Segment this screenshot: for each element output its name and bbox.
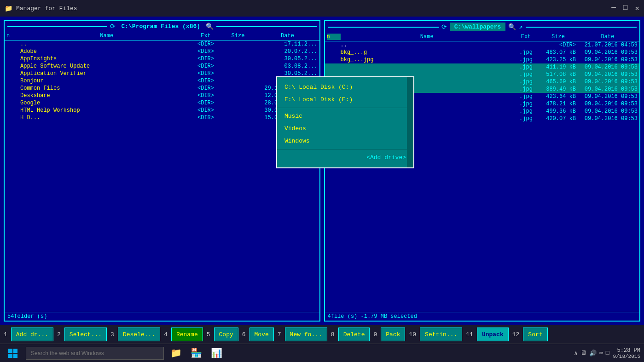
right-panel-path[interactable]: C:\wallpapers — [450, 23, 505, 31]
table-row[interactable]: Adobe <DIR> 20.07.2... — [5, 48, 319, 55]
table-row[interactable]: bkg_...g .jpg 483.07 kB 09.04.2016 09:53 — [325, 49, 640, 56]
dropdown-divider2 — [277, 149, 413, 149]
select-button[interactable]: Select... — [64, 328, 107, 341]
table-row[interactable]: Google <DIR> 28.09.2016 01:01 — [5, 99, 319, 107]
new-folder-button[interactable]: New fo... — [285, 328, 327, 341]
clock[interactable]: 5:28 PM 9/18/2015 — [613, 347, 640, 359]
left-col-date: Date — [258, 33, 318, 39]
main-area: ⟳ C:\Program Files (x86) 🔍 n Name Ext Si… — [0, 17, 644, 325]
svg-rect-1 — [13, 349, 17, 353]
right-header-line2 — [526, 27, 637, 28]
delete-button[interactable]: Delete — [338, 328, 370, 341]
right-panel-status: 4file (s) -1.79 MB selected — [325, 312, 640, 321]
table-row[interactable]: Apple Software Update <DIR> 03.08.2... — [5, 63, 319, 70]
deselect-button[interactable]: Desele... — [118, 328, 160, 341]
toolbar-num-11: 11 — [464, 328, 475, 341]
right-panel-header: ⟳ C:\wallpapers 🔍 ↗ — [325, 21, 640, 33]
toolbar: 1 Add dr... 2 Select... 3 Desele... 4 Re… — [0, 325, 644, 344]
drive-dropdown[interactable]: C:\ Local Disk (C:) E:\ Local Disk (E:) … — [276, 76, 414, 168]
table-row[interactable]: .. <DIR> 17.11.2... — [5, 40, 319, 48]
pack-button[interactable]: Pack — [381, 328, 405, 341]
right-header-line — [328, 27, 439, 28]
left-file-list: .. <DIR> 17.11.2... Adobe <DIR> 20.07.2.… — [5, 40, 319, 312]
titlebar-controls[interactable]: ─ □ ✕ — [611, 4, 639, 13]
table-row[interactable]: .. <DIR> 21.07.2016 04:59 — [325, 41, 640, 49]
toolbar-num-7: 7 — [276, 328, 283, 341]
file-explorer-icon[interactable]: 📁 — [168, 345, 184, 362]
right-col-size: Size — [539, 34, 578, 40]
right-col-n: n — [327, 34, 341, 40]
app-icon: 📁 — [5, 5, 12, 12]
left-col-size: Size — [219, 33, 258, 39]
right-col-name: Name — [341, 34, 514, 40]
table-row[interactable]: .jpg 411.19 kB 09.04.2016 09:53 — [325, 63, 640, 71]
left-panel: ⟳ C:\Program Files (x86) 🔍 n Name Ext Si… — [4, 20, 320, 322]
move-button[interactable]: Move — [249, 328, 274, 341]
left-refresh-icon[interactable]: ⟳ — [110, 23, 116, 30]
copy-button[interactable]: Copy — [214, 328, 238, 341]
svg-rect-0 — [8, 349, 12, 353]
toolbar-num-2: 2 — [55, 328, 63, 341]
toolbar-num-3: 3 — [109, 328, 116, 341]
svg-rect-3 — [13, 354, 17, 358]
table-row[interactable]: Bonjour <DIR> 22.02.2... — [5, 77, 319, 85]
left-header-line2 — [216, 26, 316, 27]
right-col-date: Date — [578, 34, 638, 40]
right-refresh-icon[interactable]: ⟳ — [441, 23, 447, 31]
add-drive-button[interactable]: Add dr... — [11, 328, 53, 341]
titlebar-left: 📁 Manager for Files — [5, 5, 77, 12]
left-col-name: Name — [20, 33, 193, 39]
table-row[interactable]: Application Verifier <DIR> 30.05.2... — [5, 70, 319, 77]
maximize-button[interactable]: □ — [623, 4, 628, 13]
clock-date: 9/18/2015 — [613, 354, 640, 359]
left-panel-path[interactable]: C:\Program Files (x86) — [118, 23, 203, 30]
close-button[interactable]: ✕ — [635, 4, 639, 13]
chevron-icon[interactable]: ∧ — [574, 350, 578, 357]
network-icon[interactable]: 🖥 — [580, 350, 586, 357]
dropdown-item-videos[interactable]: Videos — [277, 122, 413, 135]
left-search-icon[interactable]: 🔍 — [206, 23, 214, 30]
toolbar-num-4: 4 — [162, 328, 169, 341]
dropdown-scrollbar[interactable] — [407, 77, 413, 167]
settings-button[interactable]: Settin... — [420, 328, 462, 341]
left-panel-header: ⟳ C:\Program Files (x86) 🔍 — [5, 21, 319, 32]
system-tray-icons: ∧ 🖥 🔊 ⌨ □ — [574, 350, 609, 357]
rename-button[interactable]: Rename — [171, 328, 203, 341]
unpack-button[interactable]: Unpack — [477, 328, 509, 341]
toolbar-num-5: 5 — [205, 328, 212, 341]
right-share-icon[interactable]: ↗ — [519, 23, 522, 31]
ime-icon[interactable]: □ — [606, 350, 609, 357]
dropdown-item-music[interactable]: Music — [277, 110, 413, 122]
windows-logo — [8, 349, 17, 358]
minimize-button[interactable]: ─ — [611, 4, 616, 13]
dropdown-add-drive[interactable]: <Add drive> — [277, 151, 413, 164]
start-button[interactable] — [4, 345, 22, 362]
toolbar-num-6: 6 — [240, 328, 248, 341]
table-row[interactable]: bkg_...jpg .jpg 423.25 kB 09.04.2016 09:… — [325, 56, 640, 63]
volume-icon[interactable]: 🔊 — [589, 350, 597, 357]
dropdown-item-c[interactable]: C:\ Local Disk (C:) — [277, 81, 413, 93]
left-col-headers: n Name Ext Size Date — [5, 32, 319, 40]
panels-container: ⟳ C:\Program Files (x86) 🔍 n Name Ext Si… — [4, 20, 640, 322]
toolbar-num-8: 8 — [329, 328, 337, 341]
store-icon[interactable]: 🏪 — [188, 345, 204, 362]
table-row[interactable]: H D... <DIR> 15.03.2016 13:18 — [5, 114, 319, 121]
table-row[interactable]: Deskshare <DIR> 12.07.2016 04:36 — [5, 92, 319, 99]
titlebar: 📁 Manager for Files ─ □ ✕ — [0, 0, 644, 17]
table-row[interactable]: HTML Help Workshop <DIR> 30.05.2016 01:5… — [5, 107, 319, 114]
table-row[interactable]: AppInsights <DIR> 30.05.2... — [5, 55, 319, 63]
svg-rect-2 — [8, 354, 12, 358]
taskbar-search-input[interactable] — [26, 347, 164, 360]
dropdown-item-windows[interactable]: Windows — [277, 135, 413, 147]
table-row[interactable]: Common Files <DIR> 29.10.2016 08:27 — [5, 85, 319, 92]
app-icon-3[interactable]: 📊 — [208, 345, 225, 362]
right-search-icon[interactable]: 🔍 — [508, 23, 516, 31]
dropdown-item-e[interactable]: E:\ Local Disk (E:) — [277, 93, 413, 106]
right-col-headers: n Name Ext Size Date — [325, 33, 640, 41]
sort-button[interactable]: Sort — [523, 328, 547, 341]
toolbar-num-10: 10 — [407, 328, 418, 341]
toolbar-num-9: 9 — [371, 328, 379, 341]
keyboard-icon[interactable]: ⌨ — [599, 350, 603, 357]
app-title: Manager for Files — [16, 5, 77, 12]
left-col-n: n — [6, 33, 20, 39]
